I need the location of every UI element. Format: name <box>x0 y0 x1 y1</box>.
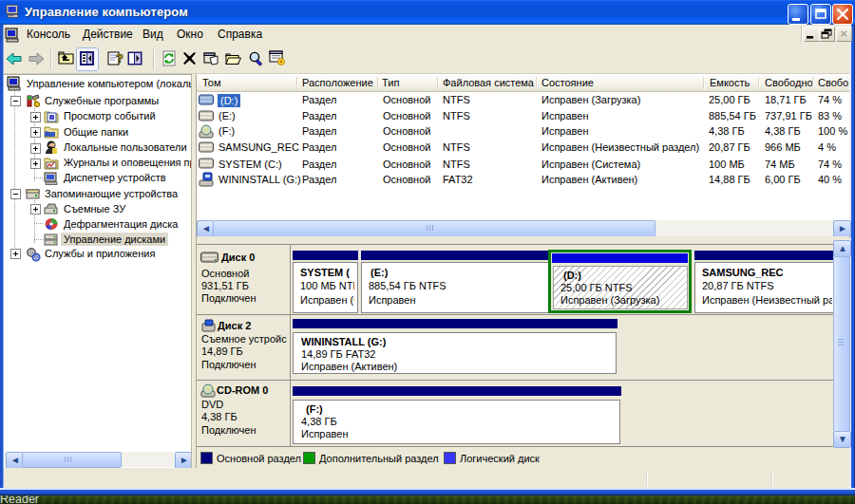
svg-text:?: ? <box>116 51 124 65</box>
